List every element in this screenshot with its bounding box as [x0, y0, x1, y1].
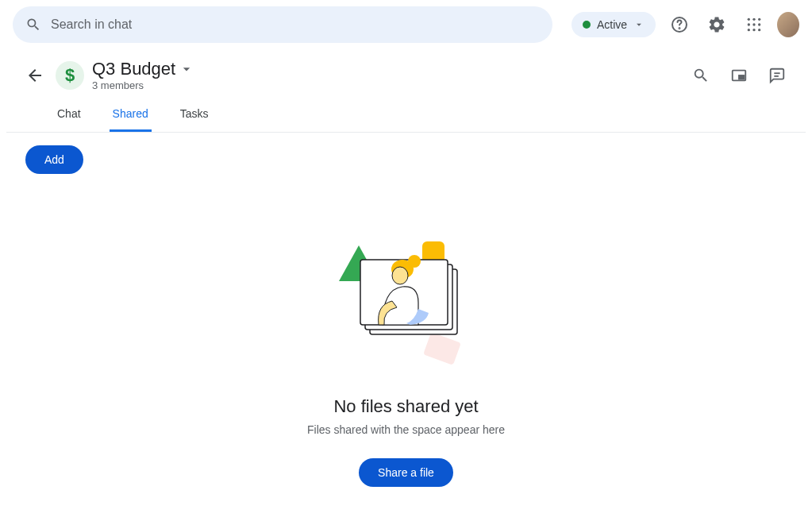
back-button[interactable]: [19, 60, 51, 91]
arrow-back-icon: [25, 66, 44, 85]
space-header: $ Q3 Budget 3 members: [6, 49, 806, 91]
top-bar: Active: [0, 0, 812, 49]
space-title: Q3 Budget: [92, 59, 175, 79]
tab-shared[interactable]: Shared: [110, 98, 152, 132]
tab-tasks[interactable]: Tasks: [177, 98, 212, 132]
search-space-button[interactable]: [685, 60, 717, 91]
status-label: Active: [597, 18, 627, 31]
empty-subtitle: Files shared with the space appear here: [307, 423, 505, 436]
search-input[interactable]: [51, 17, 540, 32]
svg-point-22: [392, 267, 408, 284]
picture-in-picture-button[interactable]: [723, 60, 755, 91]
space-title-row[interactable]: Q3 Budget: [92, 59, 194, 79]
svg-point-10: [758, 29, 760, 31]
empty-state: No files shared yet Files shared with th…: [25, 230, 787, 487]
add-button[interactable]: Add: [25, 145, 83, 174]
svg-rect-12: [739, 75, 744, 79]
svg-point-4: [758, 18, 760, 21]
user-avatar[interactable]: [777, 12, 799, 37]
help-button[interactable]: [665, 9, 693, 41]
space-dollar-icon: $: [56, 61, 84, 90]
svg-point-9: [752, 29, 755, 31]
svg-point-6: [752, 23, 755, 25]
svg-point-3: [752, 18, 755, 21]
content-area: Add No files shared yet: [6, 133, 806, 500]
svg-point-1: [679, 28, 679, 29]
picture-in-picture-icon: [730, 67, 748, 84]
status-active-dot: [583, 21, 591, 29]
search-icon: [692, 67, 710, 84]
chevron-down-icon: [633, 19, 645, 30]
chat-icon: [768, 67, 786, 84]
status-pill[interactable]: Active: [571, 12, 656, 37]
svg-point-5: [747, 23, 749, 25]
space-members: 3 members: [92, 79, 194, 91]
empty-title: No files shared yet: [333, 396, 478, 417]
help-icon: [670, 15, 689, 34]
apps-grid-icon: [746, 17, 762, 33]
gear-icon: [707, 15, 726, 34]
settings-button[interactable]: [702, 9, 730, 41]
svg-point-7: [758, 23, 760, 25]
search-icon: [25, 17, 41, 33]
tab-chat[interactable]: Chat: [54, 98, 84, 132]
main-panel: $ Q3 Budget 3 members Chat Shared Tasks: [6, 49, 806, 500]
empty-illustration: [335, 230, 478, 372]
chevron-down-icon: [179, 61, 194, 77]
svg-point-21: [408, 255, 421, 268]
svg-point-2: [747, 18, 749, 21]
svg-rect-16: [423, 332, 461, 365]
share-file-button[interactable]: Share a file: [359, 458, 453, 487]
search-container[interactable]: [13, 6, 552, 43]
chat-button[interactable]: [761, 60, 793, 91]
tabs: Chat Shared Tasks: [6, 98, 806, 133]
svg-point-8: [747, 29, 749, 31]
apps-button[interactable]: [740, 9, 768, 41]
